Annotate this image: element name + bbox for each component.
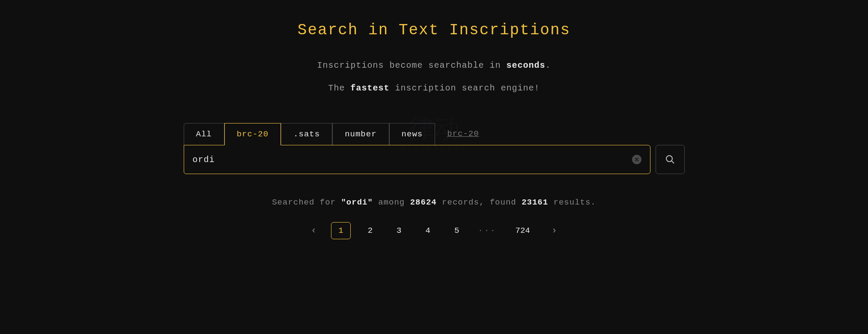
- page-next[interactable]: ›: [547, 223, 561, 239]
- breadcrumb-brc-20[interactable]: brc-20: [435, 123, 491, 145]
- pagination: ‹ 1 2 3 4 5 ··· 724 ›: [307, 222, 561, 239]
- page-last[interactable]: 724: [509, 223, 537, 239]
- page-prev[interactable]: ‹: [307, 223, 321, 239]
- results-summary: Searched for "ordi" among 28624 records,…: [272, 198, 596, 207]
- tabs-row: All brc-20 .sats number news brc-20: [184, 123, 685, 145]
- tab-number[interactable]: number: [332, 123, 389, 145]
- tab-sats[interactable]: .sats: [281, 123, 332, 145]
- search-icon: [665, 154, 675, 165]
- page-1[interactable]: 1: [331, 222, 350, 239]
- svg-line-1: [671, 161, 674, 163]
- tab-all[interactable]: All: [184, 123, 224, 145]
- page-3[interactable]: 3: [390, 223, 408, 239]
- page-4[interactable]: 4: [418, 223, 437, 239]
- tab-news[interactable]: news: [389, 123, 435, 145]
- page-2[interactable]: 2: [361, 223, 379, 239]
- clear-icon[interactable]: [632, 155, 641, 164]
- search-input[interactable]: [193, 155, 632, 165]
- page-title: Search in Text Inscriptions: [298, 21, 570, 39]
- search-container: All brc-20 .sats number news brc-20: [184, 123, 685, 174]
- subtitle-line-1: Inscriptions become searchable in second…: [317, 60, 551, 70]
- search-button[interactable]: [656, 145, 685, 174]
- tab-brc-20[interactable]: brc-20: [224, 123, 281, 145]
- page-5[interactable]: 5: [447, 223, 466, 239]
- search-input-wrap: [184, 145, 650, 174]
- search-row: [184, 145, 685, 174]
- subtitle-line-2: The fastest inscription search engine!: [328, 83, 540, 93]
- svg-point-0: [666, 156, 672, 162]
- page-ellipsis: ···: [476, 223, 498, 239]
